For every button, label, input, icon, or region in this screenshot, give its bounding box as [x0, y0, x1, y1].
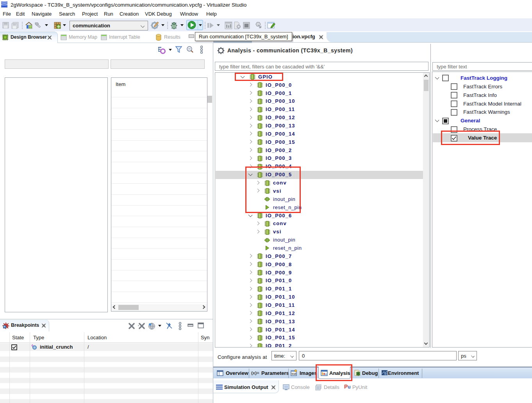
svg-text:010: 010 [292, 373, 296, 375]
